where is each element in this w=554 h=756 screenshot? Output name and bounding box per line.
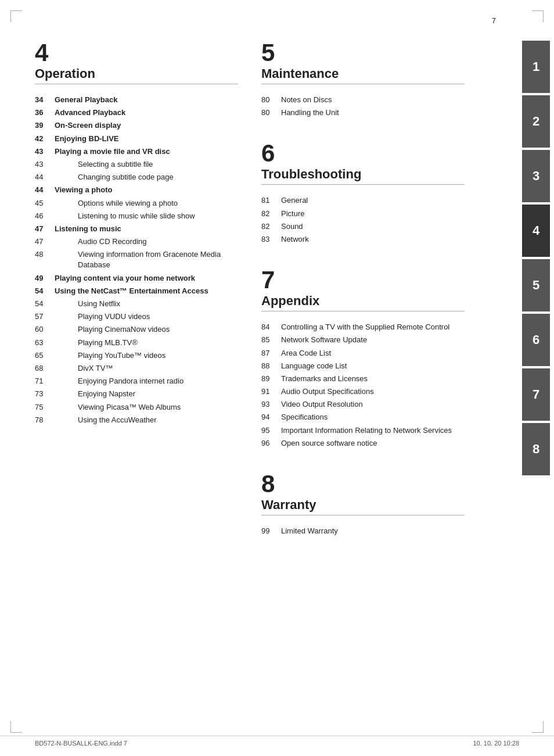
sidebar-tab-4[interactable]: 4 (522, 205, 550, 257)
toc-row: 46Listening to music while slide show (35, 210, 238, 223)
sidebar-tab-2[interactable]: 2 (522, 95, 550, 148)
sidebar-tab-8[interactable]: 8 (522, 423, 550, 475)
content-area: 4 Operation 34General Playback36Advanced… (0, 35, 554, 538)
toc-entry-title: Using the AccuWeather (55, 414, 238, 427)
toc-row: 85Network Software Update (261, 334, 465, 346)
toc-row: 47Listening to music (35, 223, 238, 235)
sidebar-tab-5[interactable]: 5 (522, 259, 550, 311)
toc-page-num: 60 (35, 323, 55, 336)
toc-page-num: 94 (261, 411, 281, 424)
toc-entry-title: Network (281, 233, 465, 246)
footer-timestamp: 10. 10. 20 10:28 (473, 740, 519, 747)
toc-page-num: 78 (35, 414, 55, 427)
section4-header: 4 Operation (35, 41, 238, 84)
toc-entry-title: Playing a movie file and VR disc (55, 145, 238, 158)
toc-row: 49Playing content via your home network (35, 272, 238, 285)
section6-gap (261, 246, 465, 262)
toc-page-num: 42 (35, 132, 55, 145)
toc-page-num: 80 (261, 106, 281, 119)
toc-entry-title: DivX TV™ (55, 362, 238, 375)
page-number: 7 (492, 16, 496, 25)
toc-entry-title: Enjoying BD-LIVE (55, 132, 238, 145)
toc-page-num: 73 (35, 388, 55, 400)
toc-entry-title: Viewing a photo (55, 184, 238, 196)
toc-row: 54Using Netflix (35, 298, 238, 310)
toc-row: 45Options while viewing a photo (35, 197, 238, 210)
toc-row: 84Controlling a TV with the Supplied Rem… (261, 321, 465, 334)
sidebar-tab-7[interactable]: 7 (522, 368, 550, 421)
toc-entry-title: Enjoying Napster (55, 388, 238, 400)
toc-page-num: 75 (35, 401, 55, 414)
toc-page-num: 80 (261, 94, 281, 106)
toc-page-num: 45 (35, 197, 55, 210)
toc-entry-title: Limited Warranty (281, 525, 465, 538)
toc-page-num: 82 (261, 220, 281, 233)
toc-page-num: 43 (35, 145, 55, 158)
toc-row: 95Important Information Relating to Netw… (261, 424, 465, 437)
toc-entry-title: Enjoying Pandora internet radio (55, 375, 238, 388)
section6-number: 6 (261, 141, 465, 166)
toc-entry-title: Notes on Discs (281, 94, 465, 106)
toc-row: 43Playing a movie file and VR disc (35, 145, 238, 158)
section4-toc: 34General Playback36Advanced Playback39O… (35, 94, 238, 427)
sidebar-tab-1[interactable]: 1 (522, 41, 550, 93)
toc-page-num: 44 (35, 171, 55, 184)
toc-row: 99Limited Warranty (261, 525, 465, 538)
toc-entry-title: Trademarks and Licenses (281, 372, 465, 385)
toc-page-num: 68 (35, 362, 55, 375)
toc-page-num: 47 (35, 235, 55, 248)
toc-page-num: 54 (35, 285, 55, 298)
section6-header: 6 Troubleshooting (261, 141, 465, 185)
toc-page-num: 39 (35, 119, 55, 132)
toc-entry-title: Using the NetCast™ Entertainment Access (55, 285, 238, 298)
toc-row: 88Language code List (261, 360, 465, 372)
section6-title: Troubleshooting (261, 167, 465, 185)
toc-row: 57Playing VUDU videos (35, 310, 238, 323)
toc-row: 44Changing subtitle code page (35, 171, 238, 184)
toc-page-num: 46 (35, 210, 55, 223)
toc-page-num: 44 (35, 184, 55, 196)
toc-row: 42Enjoying BD-LIVE (35, 132, 238, 145)
sidebar-tabs: 1 2 3 4 5 6 7 8 (522, 35, 554, 538)
toc-entry-title: Sound (281, 220, 465, 233)
corner-decoration-br (532, 721, 544, 733)
toc-page-num: 54 (35, 298, 55, 310)
toc-entry-title: General (281, 194, 465, 207)
toc-row: 48Viewing information from Gracenote Med… (35, 248, 238, 271)
toc-entry-title: Handling the Unit (281, 106, 465, 119)
corner-decoration-bl (10, 721, 22, 733)
toc-entry-title: Selecting a subtitle file (55, 158, 238, 171)
toc-entry-title: Important Information Relating to Networ… (281, 424, 465, 437)
section6-toc: 81General82Picture82Sound83Network (261, 194, 465, 246)
toc-row: 80Notes on Discs (261, 94, 465, 106)
sidebar-tab-3[interactable]: 3 (522, 150, 550, 202)
toc-entry-title: Listening to music while slide show (55, 210, 238, 223)
toc-page-num: 95 (261, 424, 281, 437)
section7-gap (261, 450, 465, 466)
footer-filename: BD572-N-BUSALLK-ENG.indd 7 (35, 740, 473, 747)
toc-entry-title: Playing VUDU videos (55, 310, 238, 323)
toc-entry-title: Controlling a TV with the Supplied Remot… (281, 321, 465, 334)
toc-row: 63Playing MLB.TV® (35, 336, 238, 349)
toc-row: 73Enjoying Napster (35, 388, 238, 400)
toc-page-num: 36 (35, 106, 55, 119)
section7-title: Appendix (261, 293, 465, 311)
toc-row: 43Selecting a subtitle file (35, 158, 238, 171)
toc-page-num: 89 (261, 372, 281, 385)
toc-entry-title: General Playback (55, 94, 238, 106)
section5-number: 5 (261, 41, 465, 65)
toc-entry-title: Audio CD Recording (55, 235, 238, 248)
toc-row: 82Picture (261, 207, 465, 220)
toc-row: 60Playing CinemaNow videos (35, 323, 238, 336)
page-container: 7 4 Operation 34General Playback36Advanc… (0, 0, 554, 756)
toc-row: 39On-Screen display (35, 119, 238, 132)
toc-entry-title: Area Code List (281, 347, 465, 360)
toc-row: 80Handling the Unit (261, 106, 465, 119)
left-column: 4 Operation 34General Playback36Advanced… (35, 35, 256, 538)
toc-page-num: 49 (35, 272, 55, 285)
toc-page-num: 85 (261, 334, 281, 346)
sidebar-tab-6[interactable]: 6 (522, 314, 550, 366)
right-column: 5 Maintenance 80Notes on Discs80Handling… (256, 35, 465, 538)
toc-page-num: 34 (35, 94, 55, 106)
toc-page-num: 57 (35, 310, 55, 323)
